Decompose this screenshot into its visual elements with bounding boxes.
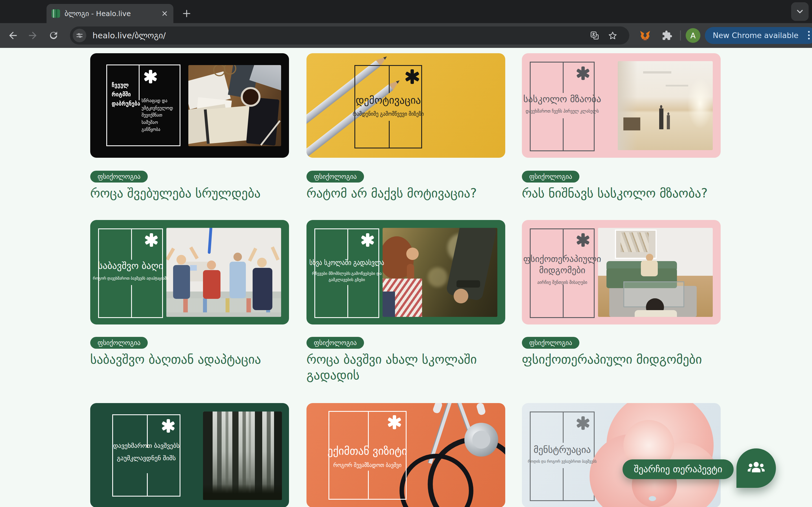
card-cover-title: ფსიქოთერაპიული მიდგომები [522, 253, 605, 276]
blog-card[interactable]: დავეხმაროთ ბავშვებს გაუმკლავდნენ შიშს [90, 403, 289, 507]
category-tag[interactable]: ფსიქოლოგია [306, 337, 364, 349]
back-button[interactable] [7, 29, 19, 42]
asterisk-icon [388, 415, 402, 429]
card-cover-subtitle: აირჩიე შენთვის მისაღები [537, 280, 587, 285]
more-menu-icon[interactable] [808, 31, 810, 40]
new-tab-button[interactable] [179, 6, 194, 21]
card-cover-subtitle: როგორ შევამზადოთ ბავშვი [333, 462, 402, 468]
card-cover-title: მენსტრუაცია [534, 444, 591, 455]
blog-card[interactable]: დემოტივაცია რამდენიმე გამომწვევი მიზეზი [306, 53, 505, 158]
site-settings-icon[interactable] [73, 29, 86, 42]
post-title-link[interactable]: რას ნიშნავს სასკოლო მზაობა? [522, 185, 736, 201]
category-tag[interactable]: ფსიქოლოგია [522, 171, 579, 182]
card-photo-therapy-room [598, 228, 713, 317]
browser-window: ბლოგი - Healo.live hea [0, 0, 812, 507]
new-chrome-label: New Chrome available [713, 31, 799, 40]
site-favicon [52, 9, 60, 18]
profile-avatar[interactable]: A [686, 28, 700, 43]
tab-title: ბლოგი - Healo.live [64, 10, 161, 18]
choose-therapist-button[interactable]: შეარჩიე თერაპევტი [622, 459, 733, 479]
card-cover-title: სასკოლო მზაობა [523, 94, 601, 105]
post-title-link[interactable]: საბავშვო ბაღთან ადაპტაცია [90, 351, 305, 367]
bookmark-star-icon[interactable] [607, 30, 618, 41]
tab-strip: ბლოგი - Healo.live [0, 0, 812, 23]
translate-icon[interactable] [589, 30, 600, 41]
card-cover-title: დემოტივაცია [356, 94, 421, 106]
card-cover-title: სხვა სკოლაში გადასვლა [309, 258, 384, 267]
card-photo-forest [203, 411, 282, 500]
asterisk-icon [361, 233, 374, 247]
chat-fab-button[interactable] [737, 448, 776, 488]
card-photo-desk [188, 65, 281, 146]
card-photo-carnation [590, 403, 721, 507]
browser-tab[interactable]: ბლოგი - Healo.live [47, 4, 173, 23]
post-title-link[interactable]: როცა შვებულება სრულდება [90, 185, 305, 201]
new-chrome-available-button[interactable]: New Chrome available [705, 27, 812, 44]
card-photo-kids [166, 228, 281, 317]
category-tag[interactable]: ფსიქოლოგია [306, 171, 364, 182]
post-title-link[interactable]: რატომ არ მაქვს მოტივაცია? [306, 185, 521, 201]
category-tag[interactable]: ფსიქოლოგია [90, 337, 148, 349]
post-title-link[interactable]: როცა ბავშვი ახალ სკოლაში გადადის [306, 351, 504, 383]
blog-card[interactable]: ექიმთან ვიზიტი როგორ შევამზადოთ ბავშვი [306, 403, 505, 507]
toolbar-divider [680, 31, 681, 41]
card-cover-title: ექიმთან ვიზიტი [327, 445, 407, 457]
blog-card[interactable]: საბავშვო ბაღი როგორ დავეხმაროთ ბავშვებს … [90, 220, 289, 325]
blog-card[interactable]: სხვა სკოლაში გადასვლა რჩევები მშომბლებს:… [306, 220, 505, 325]
asterisk-icon [576, 233, 590, 247]
forward-button[interactable] [27, 29, 39, 42]
blog-card[interactable]: ჩვეულ რიტმში დაბრუნება სწრაფად და უმტკივ… [90, 53, 289, 158]
metamask-extension-icon[interactable] [639, 29, 651, 42]
asterisk-icon [161, 419, 175, 433]
card-cover-title: საბავშვო ბაღი [98, 260, 163, 271]
card-photo-hallway [618, 61, 713, 150]
url-text[interactable]: healo.live/ბლოგი/ [93, 26, 166, 45]
asterisk-icon [145, 233, 158, 247]
reload-button[interactable] [47, 29, 60, 42]
asterisk-icon [405, 69, 419, 84]
browser-toolbar: healo.live/ბლოგი/ A New Chrom [0, 23, 812, 48]
asterisk-icon [576, 66, 590, 80]
tab-search-chevron-button[interactable] [791, 2, 809, 21]
card-cover-subtitle: რჩევები მშომბლებს:გამოწვებები და გამკლავ… [311, 271, 382, 283]
asterisk-icon [144, 70, 157, 83]
address-bar[interactable]: healo.live/ბლოგი/ [70, 26, 629, 45]
card-cover-subtitle: სწრაფად და უმტკივნეულოდ შევიქმნათ სამუშა… [142, 97, 177, 133]
tab-close-icon[interactable] [161, 10, 168, 17]
post-title-link[interactable]: ფსიქოთერაპიული მიდგომები [522, 351, 736, 367]
card-photo-holding-hands [383, 228, 497, 317]
people-group-icon [746, 458, 766, 478]
category-tag[interactable]: ფსიქოლოგია [90, 171, 148, 182]
category-tag[interactable]: ფსიქოლოგია [522, 337, 579, 349]
blog-grid: ჩვეულ რიტმში დაბრუნება სწრაფად და უმტკივ… [0, 48, 812, 507]
card-cover-subtitle: რამდენიმე გამომწვევი მიზეზი [353, 111, 424, 117]
card-cover-title: დავეხმაროთ ბავშვებს გაუმკლავდნენ შიშს [107, 440, 185, 464]
extensions-puzzle-icon[interactable] [661, 29, 673, 42]
blog-card[interactable]: სასკოლო მზაობა დავეხმაროთ ჩვენს პირველ კ… [522, 53, 721, 158]
asterisk-icon [576, 416, 590, 430]
blog-card[interactable]: ფსიქოთერაპიული მიდგომები აირჩიე შენთვის … [522, 220, 721, 325]
card-cover-subtitle: დავეხმაროთ ჩვენს პირველ კლასელს [525, 108, 599, 114]
card-cover-subtitle: როდის და როგორ ვესაუბროთ ბავშვებს [528, 459, 597, 464]
blog-card[interactable]: მენსტრუაცია როდის და როგორ ვესაუბროთ ბავ… [522, 403, 721, 507]
card-cover-subtitle: როგორ დავეხმაროთ ბავშვებს ადაპტაციაში [93, 276, 168, 281]
card-cover-title: ჩვეულ რიტმში დაბრუნება [112, 80, 142, 108]
